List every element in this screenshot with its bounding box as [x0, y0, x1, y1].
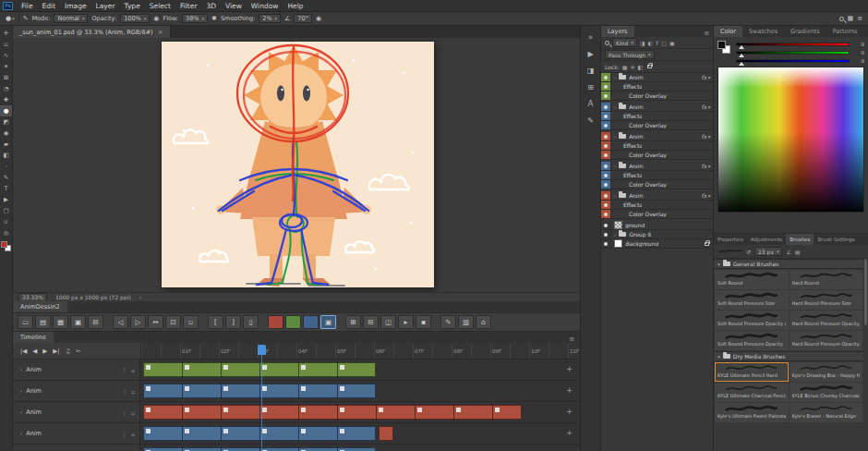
- split-view-button[interactable]: ◫: [380, 315, 396, 329]
- track-mute-icon[interactable]: ▫: [131, 431, 135, 437]
- arrange-docs-icon[interactable]: ▦: [848, 15, 854, 22]
- new-doc-button[interactable]: ▭: [18, 315, 33, 329]
- zoom-tool[interactable]: ◎: [0, 227, 12, 238]
- layer-group-row[interactable]: › Anim fx▾: [601, 162, 713, 171]
- color-green-button[interactable]: [285, 315, 301, 329]
- tab-layers[interactable]: Layers: [601, 26, 634, 37]
- brush-item[interactable]: Soft Round Pressure Opacity a...: [715, 311, 789, 330]
- filter-smart-icon[interactable]: ▣: [669, 40, 675, 46]
- home-button[interactable]: ⌂: [476, 315, 491, 329]
- status-more-icon[interactable]: ›: [139, 294, 141, 300]
- layer-color-chip[interactable]: [601, 103, 611, 111]
- color-red-button[interactable]: [268, 315, 283, 329]
- blue-slider[interactable]: [736, 59, 850, 63]
- remove-cell-button[interactable]: ⊟: [363, 315, 379, 329]
- clone-stamp-tool[interactable]: ◩: [0, 116, 12, 128]
- history-brush-tool[interactable]: ◉: [0, 128, 12, 139]
- dodge-tool[interactable]: ◦: [0, 161, 12, 172]
- airbrush-icon[interactable]: ✱: [211, 15, 217, 22]
- chevron-right-icon[interactable]: ›: [20, 431, 22, 436]
- chevron-icon[interactable]: ›: [614, 134, 616, 140]
- split-button[interactable]: ✂: [76, 347, 80, 355]
- brush-item[interactable]: Hard Round Pressure Opacity: [790, 331, 863, 350]
- mode-select[interactable]: Normal: [54, 14, 88, 23]
- tab-color[interactable]: Color: [714, 26, 742, 37]
- close-icon[interactable]: ×: [158, 29, 163, 36]
- color-select-button[interactable]: ▣: [320, 315, 336, 329]
- brush-folder-dry-media[interactable]: ▾ Dry Media Brushes: [714, 351, 863, 361]
- brush-folder-general[interactable]: ▾ General Brushes: [714, 259, 863, 269]
- chevron-icon[interactable]: ›: [614, 164, 616, 169]
- pen-tool[interactable]: ✎: [0, 172, 12, 183]
- grid-panel-icon[interactable]: ⊞: [587, 83, 594, 91]
- layer-overlay-row[interactable]: Color Overlay: [601, 121, 713, 130]
- brush-item[interactable]: Soft Round: [715, 270, 789, 289]
- menu-filter[interactable]: Filter: [175, 2, 202, 10]
- chevron-right-icon[interactable]: ›: [20, 409, 22, 415]
- gradient-tool[interactable]: ◧: [0, 150, 12, 161]
- extend-clip-button[interactable]: ▯: [243, 315, 259, 329]
- tab-adjustments[interactable]: Adjustments: [747, 234, 786, 245]
- filter-pixel-icon[interactable]: ◨: [640, 40, 645, 46]
- filter-adjustment-icon[interactable]: ◐: [647, 40, 652, 46]
- brush-panel-icon[interactable]: ✎: [587, 116, 594, 125]
- brush-item[interactable]: Hard Round: [790, 270, 863, 289]
- add-clip-button[interactable]: +: [566, 365, 573, 373]
- play-range-button[interactable]: ▸: [398, 315, 414, 329]
- shape-tool[interactable]: ▢: [0, 205, 12, 216]
- kind-filter-select[interactable]: Kind: [612, 38, 637, 47]
- add-clip-button[interactable]: +: [566, 408, 573, 416]
- canvas-artwork[interactable]: [162, 42, 434, 287]
- color-spectrum-picker[interactable]: [717, 67, 864, 213]
- marker-button[interactable]: ▪: [416, 315, 431, 329]
- menu-window[interactable]: Window: [247, 2, 283, 10]
- layer-group-row[interactable]: › Anim fx▾: [601, 191, 713, 201]
- hand-tool[interactable]: ∪: [0, 216, 12, 227]
- clip[interactable]: [143, 362, 376, 377]
- chevron-icon[interactable]: ›: [614, 104, 616, 110]
- menu-image[interactable]: Image: [60, 2, 91, 10]
- tab-gradients[interactable]: Gradients: [784, 26, 826, 37]
- brush-item[interactable]: Hard Round Pressure Opacity: [790, 311, 863, 330]
- first-frame-button[interactable]: |◀: [20, 347, 27, 355]
- lock-position-icon[interactable]: ✛: [630, 64, 634, 70]
- layer-effects-row[interactable]: Effects: [601, 201, 713, 210]
- track-label[interactable]: › Anim ⋮▫: [13, 423, 140, 444]
- chevron-icon[interactable]: ›: [614, 75, 616, 80]
- tab-brush-settings[interactable]: Brush Settings: [814, 234, 858, 245]
- reset-icon[interactable]: ↺: [746, 249, 751, 255]
- collapse-panels-icon[interactable]: »: [588, 33, 593, 42]
- bracket-in-button[interactable]: [: [208, 315, 223, 329]
- chevron-right-icon[interactable]: ›: [20, 388, 22, 394]
- marquee-tool[interactable]: ▫: [0, 39, 12, 50]
- magic-wand-tool[interactable]: ✶: [0, 61, 12, 72]
- layer-overlay-row[interactable]: Color Overlay: [601, 151, 713, 160]
- new-layer-button[interactable]: ▤: [35, 315, 51, 329]
- tab-animdessin2[interactable]: AnimDessin2: [13, 301, 67, 312]
- layer-row-background[interactable]: Background: [601, 239, 713, 249]
- layer-color-chip[interactable]: [601, 191, 611, 200]
- chevron-down-icon[interactable]: ▾: [717, 262, 720, 267]
- menu-select[interactable]: Select: [145, 2, 175, 10]
- layer-overlay-row[interactable]: Color Overlay: [601, 180, 713, 189]
- layer-color-chip[interactable]: [601, 73, 611, 81]
- layer-color-chip[interactable]: [601, 132, 611, 140]
- play-button[interactable]: ▶: [42, 347, 47, 355]
- menu-3d[interactable]: 3D: [201, 2, 221, 10]
- chevron-icon[interactable]: ›: [614, 193, 616, 199]
- layer-overlay-row[interactable]: Color Overlay: [601, 91, 713, 101]
- layer-effects-row[interactable]: Effects: [601, 141, 713, 151]
- foreground-color-swatch[interactable]: [1, 241, 7, 248]
- delete-frame-button[interactable]: ▫: [183, 315, 199, 329]
- add-cell-button[interactable]: ⊞: [345, 315, 361, 329]
- layer-row-ground[interactable]: ground: [601, 221, 713, 230]
- move-tool[interactable]: ✛: [0, 28, 12, 39]
- brush-tool[interactable]: ●: [0, 105, 12, 116]
- color-swatches-widget[interactable]: [1, 241, 11, 251]
- brush-angle-field[interactable]: 70°: [294, 14, 312, 23]
- grid-button[interactable]: ▦: [53, 315, 68, 329]
- smoothing-select[interactable]: 2%: [259, 14, 281, 23]
- track-mute-icon[interactable]: ▫: [131, 409, 135, 416]
- red-value[interactable]: 0: [850, 42, 864, 47]
- brush-item-selected[interactable]: KYLE Ultimate Pencil Hard: [715, 362, 789, 382]
